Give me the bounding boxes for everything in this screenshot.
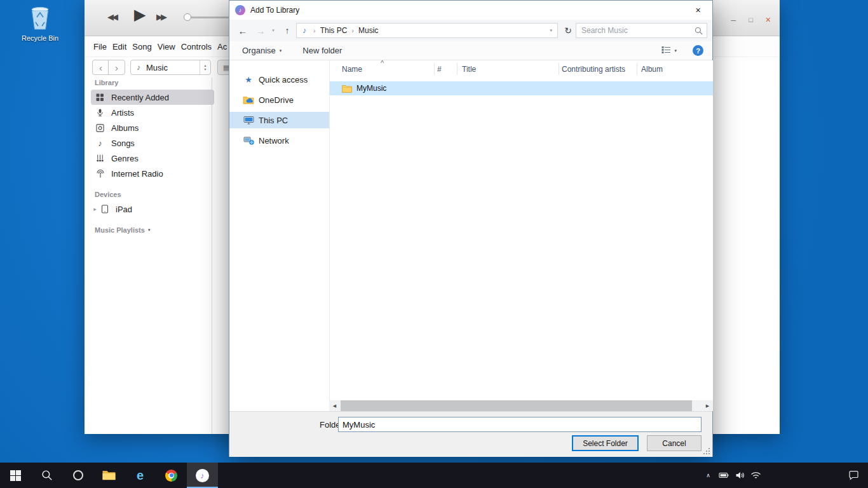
scroll-left-icon[interactable]: ◀ <box>329 400 340 411</box>
change-view-icon[interactable] <box>661 46 671 56</box>
start-button[interactable] <box>0 463 31 488</box>
minimize-icon[interactable]: – <box>731 15 736 25</box>
nav-item-this-pc[interactable]: This PC <box>229 112 329 128</box>
recycle-bin-shortcut[interactable]: Recycle Bin <box>17 4 63 42</box>
action-center-icon[interactable] <box>839 470 868 480</box>
recent-locations-dropdown[interactable]: ▾ <box>268 20 278 41</box>
history-forward-button[interactable]: › <box>108 60 125 75</box>
help-icon[interactable]: ? <box>693 45 703 56</box>
media-kind-stepper[interactable]: ▴ ▾ <box>200 60 210 74</box>
network-icon <box>243 135 254 146</box>
recycle-bin-icon <box>26 4 54 32</box>
cancel-button[interactable]: Cancel <box>647 435 702 451</box>
maximize-icon[interactable]: □ <box>749 16 753 24</box>
search-icon <box>41 470 53 481</box>
onedrive-icon <box>243 95 254 105</box>
nav-item-network[interactable]: Network <box>229 132 329 149</box>
sidebar-item-ipad[interactable]: ▸ iPad <box>91 201 214 217</box>
sidebar-item-artists[interactable]: Artists <box>91 105 214 120</box>
close-icon[interactable]: × <box>766 15 771 25</box>
taskbar-internet-explorer-button[interactable]: e <box>125 463 156 488</box>
taskbar-chrome-button[interactable] <box>156 463 187 488</box>
menu-edit[interactable]: Edit <box>112 42 126 51</box>
nav-item-label: Quick access <box>259 75 308 85</box>
search-icon[interactable] <box>690 27 707 35</box>
resize-grip[interactable] <box>703 447 710 454</box>
play-button[interactable]: ▶ <box>134 6 146 24</box>
view-dropdown-icon[interactable]: ▾ <box>674 48 677 53</box>
horizontal-scrollbar[interactable]: ◀ ▶ <box>329 400 713 411</box>
cortana-icon <box>73 470 83 480</box>
microphone-icon <box>95 108 105 117</box>
breadcrumb-music[interactable]: Music <box>355 26 381 35</box>
folder-icon <box>342 85 352 93</box>
address-dropdown-icon[interactable]: ▾ <box>550 28 557 33</box>
column-header-contributing-artists[interactable]: Contributing artists <box>562 65 625 74</box>
media-kind-selector[interactable]: ♪ Music ▴ ▾ <box>130 60 211 75</box>
window-controls: – □ × <box>731 15 771 25</box>
ipad-icon <box>99 205 110 214</box>
menu-file[interactable]: File <box>93 42 107 51</box>
taskbar-cortana-button[interactable] <box>62 463 93 488</box>
tray-expand-icon[interactable]: ∧ <box>700 472 716 478</box>
column-header-number[interactable]: # <box>437 65 442 74</box>
address-bar[interactable]: ♪ › This PC › Music ▾ <box>296 23 558 38</box>
file-row-mymusic[interactable]: MyMusic <box>330 81 713 95</box>
volume-slider-knob[interactable] <box>184 13 191 21</box>
sidebar-item-recently-added[interactable]: Recently Added <box>91 90 214 105</box>
volume-slider[interactable] <box>184 17 229 18</box>
scrollbar-thumb[interactable] <box>341 400 692 411</box>
album-icon <box>95 124 105 132</box>
back-button[interactable]: ← <box>234 20 251 41</box>
dialog-nav-pane: ★ Quick access OneDrive This PC Network <box>229 60 329 411</box>
refresh-icon[interactable]: ↻ <box>560 20 576 41</box>
nav-item-label: This PC <box>259 116 288 125</box>
column-header-name[interactable]: Name <box>342 65 362 74</box>
dialog-close-button[interactable]: × <box>684 1 712 20</box>
scroll-right-icon[interactable]: ▶ <box>702 400 713 411</box>
menu-controls[interactable]: Controls <box>181 42 212 51</box>
volume-icon[interactable] <box>732 471 748 480</box>
organise-menu-button[interactable]: Organise ▾ <box>242 46 281 55</box>
sidebar-item-label: iPad <box>116 205 132 214</box>
nav-item-quick-access[interactable]: ★ Quick access <box>229 71 329 88</box>
menu-song[interactable]: Song <box>132 42 151 51</box>
music-note-icon: ♪ <box>95 139 105 148</box>
new-folder-button[interactable]: New folder <box>302 46 342 55</box>
taskbar-itunes-button[interactable]: ♪ <box>187 463 218 488</box>
column-header-title[interactable]: Title <box>462 65 476 74</box>
up-button[interactable]: ↑ <box>280 20 295 41</box>
desktop: Recycle Bin ◀◀ ▶ ▶▶ – □ × File Edit Song… <box>0 0 868 488</box>
music-playlists-header[interactable]: Music Playlists ▾ <box>95 226 214 234</box>
sidebar-item-genres[interactable]: Genres <box>91 151 214 166</box>
select-folder-button[interactable]: Select Folder <box>572 435 639 451</box>
breadcrumb-this-pc[interactable]: This PC <box>317 26 351 35</box>
chevron-right-icon[interactable]: ▸ <box>91 206 99 212</box>
search-input[interactable] <box>576 26 690 35</box>
nav-item-onedrive[interactable]: OneDrive <box>229 92 329 108</box>
file-list: Name ^ # Title Contributing artists Albu… <box>329 60 713 411</box>
history-back-button[interactable]: ‹ <box>92 60 109 75</box>
menu-account[interactable]: Ac <box>217 42 227 51</box>
forward-button[interactable]: → <box>253 20 268 41</box>
itunes-app-icon: ♪ <box>235 5 245 15</box>
genres-icon <box>95 154 105 163</box>
fast-forward-button[interactable]: ▶▶ <box>156 12 165 22</box>
sort-ascending-icon: ^ <box>381 59 384 67</box>
sidebar-item-songs[interactable]: ♪ Songs <box>91 135 214 151</box>
folder-name-input[interactable] <box>338 417 702 432</box>
rewind-button[interactable]: ◀◀ <box>107 12 116 22</box>
menu-view[interactable]: View <box>158 42 175 51</box>
taskbar-file-explorer-button[interactable] <box>93 463 125 488</box>
breadcrumb-separator: › <box>350 27 355 34</box>
dialog-titlebar: ♪ Add To Library <box>229 1 712 20</box>
column-header-album[interactable]: Album <box>641 65 663 74</box>
taskbar-search-button[interactable] <box>31 463 62 488</box>
network-wifi-icon[interactable] <box>748 471 764 480</box>
toolbar-right-group: ▾ ? <box>661 45 703 56</box>
sidebar-item-internet-radio[interactable]: Internet Radio <box>91 166 214 181</box>
sidebar-item-albums[interactable]: Albums <box>91 120 214 135</box>
battery-icon[interactable] <box>716 471 732 479</box>
recycle-bin-label: Recycle Bin <box>17 34 63 42</box>
scrollbar-track[interactable] <box>340 400 702 411</box>
